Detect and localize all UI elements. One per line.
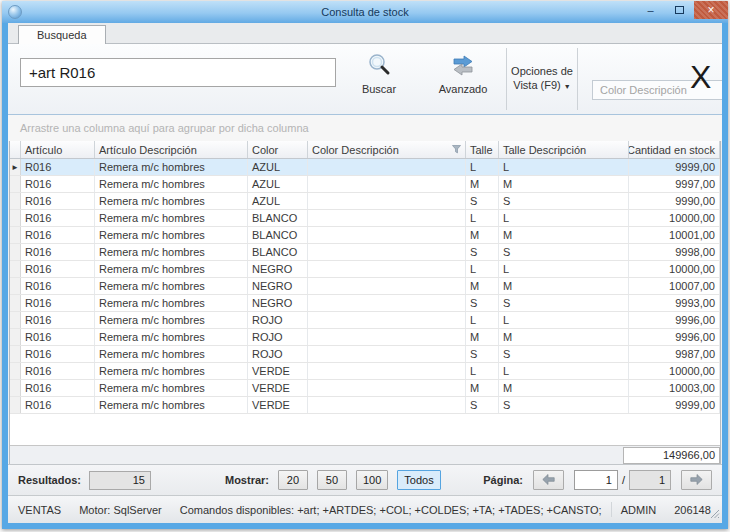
tab-busqueda[interactable]: Busqueda — [18, 25, 106, 44]
avanzado-button[interactable]: Avanzado — [432, 52, 494, 114]
filter-funnel-icon[interactable] — [452, 144, 461, 156]
cell-color: ROJO — [248, 312, 308, 328]
row-selector-cell — [10, 278, 21, 294]
table-row[interactable]: R016 Remera m/c hombres AZUL S S 9990,00 — [10, 193, 720, 210]
table-row[interactable]: R016 Remera m/c hombres VERDE M M 10003,… — [10, 380, 720, 397]
cell-articulo-descripcion: Remera m/c hombres — [95, 193, 248, 209]
cell-color-descripcion — [308, 397, 466, 413]
table-row[interactable]: R016 Remera m/c hombres VERDE S S 9999,0… — [10, 397, 720, 414]
cell-articulo: R016 — [21, 346, 95, 362]
cell-color-descripcion — [308, 380, 466, 396]
cell-articulo: R016 — [21, 363, 95, 379]
window-title: Consulta de stock — [2, 6, 728, 18]
cell-talle: M — [466, 380, 499, 396]
cell-talle-descripcion: M — [499, 278, 629, 294]
cell-articulo-descripcion: Remera m/c hombres — [95, 210, 248, 226]
cell-articulo-descripcion: Remera m/c hombres — [95, 227, 248, 243]
row-selector-cell — [10, 244, 21, 260]
previous-page-button[interactable] — [533, 470, 564, 490]
header-talle[interactable]: Talle — [466, 141, 499, 158]
cell-color: NEGRO — [248, 278, 308, 294]
table-row[interactable]: R016 Remera m/c hombres NEGRO L L 10000,… — [10, 261, 720, 278]
cell-articulo: R016 — [21, 159, 95, 175]
cell-talle: M — [466, 278, 499, 294]
group-by-bar[interactable]: Arrastre una columna aquí para agrupar p… — [8, 115, 722, 141]
header-talle-descripcion[interactable]: Talle Descripción — [499, 141, 629, 158]
stock-total-value: 149966,00 — [623, 447, 720, 464]
search-toolbar: Buscar Avanzado Opciones de Vista (F9) ▼ — [8, 43, 722, 115]
cell-cantidad-en-stock: 10001,00 — [629, 227, 720, 243]
opciones-vista-button[interactable]: Opciones de Vista (F9) ▼ — [509, 44, 575, 114]
status-motor: Motor: SqlServer — [70, 504, 171, 516]
cell-talle-descripcion: S — [499, 397, 629, 413]
resize-grip[interactable] — [709, 508, 720, 521]
row-selector-cell — [10, 227, 21, 243]
cell-articulo-descripcion: Remera m/c hombres — [95, 312, 248, 328]
page-size-todos-button[interactable]: Todos — [397, 470, 440, 490]
cell-talle-descripcion: S — [499, 346, 629, 362]
cell-cantidad-en-stock: 9999,00 — [629, 397, 720, 413]
row-selector-cell — [10, 329, 21, 345]
cell-talle: S — [466, 397, 499, 413]
header-articulo[interactable]: Artículo — [21, 141, 95, 158]
page-size-20-button[interactable]: 20 — [278, 470, 308, 490]
minimize-button[interactable]: – — [636, 1, 665, 19]
search-icon — [366, 52, 392, 80]
table-row[interactable]: R016 Remera m/c hombres ROJO L L 9996,00 — [10, 312, 720, 329]
search-input[interactable] — [20, 58, 336, 87]
mostrar-label: Mostrar: — [225, 474, 269, 486]
cell-color-descripcion — [308, 329, 466, 345]
cell-talle: L — [466, 210, 499, 226]
status-bar: VENTAS Motor: SqlServer Comandos disponi… — [8, 495, 722, 523]
table-row[interactable]: R016 Remera m/c hombres BLANCO M M 10001… — [10, 227, 720, 244]
row-selector-cell: ► — [10, 159, 21, 175]
table-row[interactable]: R016 Remera m/c hombres VERDE L L 10000,… — [10, 363, 720, 380]
cell-talle: S — [466, 295, 499, 311]
cell-cantidad-en-stock: 10000,00 — [629, 210, 720, 226]
page-size-100-button[interactable]: 100 — [356, 470, 388, 490]
header-color-descripcion[interactable]: Color Descripción — [308, 141, 466, 158]
table-row[interactable]: R016 Remera m/c hombres BLANCO L L 10000… — [10, 210, 720, 227]
maximize-button[interactable] — [665, 1, 694, 19]
cell-articulo-descripcion: Remera m/c hombres — [95, 278, 248, 294]
current-page-input[interactable]: 1 — [574, 470, 618, 490]
cell-talle-descripcion: M — [499, 176, 629, 192]
table-row[interactable]: R016 Remera m/c hombres ROJO S S 9987,00 — [10, 346, 720, 363]
cell-articulo: R016 — [21, 397, 95, 413]
table-row[interactable]: ► R016 Remera m/c hombres AZUL L L 9999,… — [10, 159, 720, 176]
cell-articulo-descripcion: Remera m/c hombres — [95, 329, 248, 345]
cell-articulo-descripcion: Remera m/c hombres — [95, 176, 248, 192]
resultados-count: 15 — [89, 471, 151, 490]
buscar-button[interactable]: Buscar — [348, 52, 410, 114]
table-row[interactable]: R016 Remera m/c hombres AZUL M M 9997,00 — [10, 176, 720, 193]
header-articulo-descripcion[interactable]: Artículo Descripción — [95, 141, 248, 158]
close-button[interactable]: × — [694, 1, 728, 19]
cell-articulo-descripcion: Remera m/c hombres — [95, 397, 248, 413]
cell-color-descripcion — [308, 363, 466, 379]
cell-talle-descripcion: L — [499, 312, 629, 328]
header-cantidad-en-stock[interactable]: Cantidad en stock — [629, 141, 720, 158]
title-bar[interactable]: Consulta de stock – × — [2, 1, 728, 23]
cell-color: NEGRO — [248, 295, 308, 311]
pagina-label: Página: — [483, 474, 523, 486]
table-row[interactable]: R016 Remera m/c hombres BLANCO S S 9998,… — [10, 244, 720, 261]
cell-cantidad-en-stock: 10007,00 — [629, 278, 720, 294]
table-row[interactable]: R016 Remera m/c hombres NEGRO M M 10007,… — [10, 278, 720, 295]
cell-articulo: R016 — [21, 176, 95, 192]
header-row-selector — [10, 141, 21, 158]
row-selector-cell — [10, 176, 21, 192]
header-color[interactable]: Color — [248, 141, 308, 158]
next-page-button[interactable] — [681, 470, 712, 490]
cell-cantidad-en-stock: 10000,00 — [629, 261, 720, 277]
page-size-50-button[interactable]: 50 — [317, 470, 347, 490]
cell-talle-descripcion: S — [499, 295, 629, 311]
app-window: Consulta de stock – × Busqueda — [2, 1, 728, 529]
table-row[interactable]: R016 Remera m/c hombres ROJO M M 9996,00 — [10, 329, 720, 346]
cell-color-descripcion — [308, 193, 466, 209]
cell-talle: M — [466, 329, 499, 345]
cell-color-descripcion — [308, 278, 466, 294]
cell-cantidad-en-stock: 9996,00 — [629, 329, 720, 345]
cell-articulo: R016 — [21, 210, 95, 226]
cell-color: VERDE — [248, 380, 308, 396]
table-row[interactable]: R016 Remera m/c hombres NEGRO S S 9993,0… — [10, 295, 720, 312]
